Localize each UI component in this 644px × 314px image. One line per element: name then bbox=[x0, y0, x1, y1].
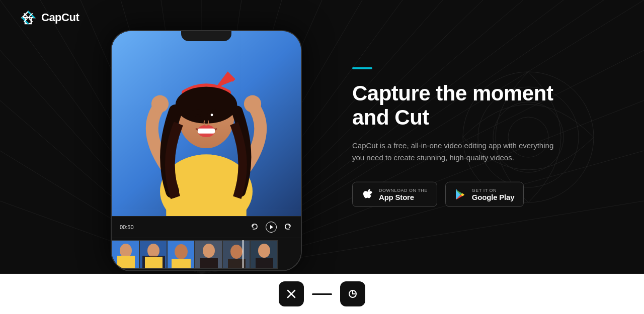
play-button[interactable] bbox=[266, 222, 277, 233]
phone-frame: 00:50 bbox=[111, 30, 302, 271]
timeline-frame bbox=[167, 240, 195, 269]
google-play-icon bbox=[455, 188, 467, 200]
svg-point-36 bbox=[244, 95, 261, 113]
hero-description: CapCut is a free, all-in-one video editi… bbox=[352, 140, 564, 164]
app-store-text: Download on the App Store bbox=[379, 187, 428, 201]
svg-point-35 bbox=[151, 95, 169, 113]
bottom-left-logo bbox=[279, 281, 304, 306]
video-time: 00:50 bbox=[120, 224, 138, 230]
phone-controls: 00:50 bbox=[112, 216, 301, 238]
svg-rect-46 bbox=[117, 256, 135, 268]
svg-point-44 bbox=[120, 244, 132, 258]
svg-point-38 bbox=[176, 86, 237, 124]
brand-name: CapCut bbox=[41, 11, 79, 24]
bottom-section bbox=[0, 274, 644, 314]
svg-rect-40 bbox=[198, 129, 215, 134]
hero-title: Capture the moment and Cut bbox=[352, 81, 594, 130]
video-content bbox=[112, 31, 301, 216]
svg-point-52 bbox=[175, 244, 188, 259]
svg-point-42 bbox=[211, 114, 213, 116]
timeline-frame bbox=[250, 240, 278, 269]
timeline-frame bbox=[139, 240, 167, 269]
phone-screen: 00:50 bbox=[112, 31, 301, 270]
bottom-separator bbox=[312, 293, 332, 295]
bottom-logo-area bbox=[279, 281, 365, 306]
svg-rect-63 bbox=[256, 258, 273, 269]
svg-point-56 bbox=[203, 244, 215, 258]
apple-icon bbox=[362, 188, 374, 200]
navbar: CapCut bbox=[0, 0, 644, 35]
hero-section: CapCut bbox=[0, 0, 644, 274]
timeline-playhead bbox=[243, 240, 244, 268]
svg-rect-57 bbox=[200, 258, 218, 269]
timeline-frame bbox=[222, 240, 250, 269]
svg-rect-54 bbox=[172, 259, 191, 269]
undo-icon[interactable] bbox=[250, 222, 260, 232]
phone-mockup: 00:50 bbox=[111, 30, 302, 271]
redo-icon[interactable] bbox=[283, 222, 293, 232]
capcut-icon bbox=[20, 10, 36, 26]
google-play-text: GET IT ON Google Play bbox=[472, 187, 515, 201]
google-play-button[interactable]: GET IT ON Google Play bbox=[445, 182, 524, 207]
timeline-frame bbox=[112, 240, 139, 269]
svg-point-59 bbox=[230, 245, 243, 259]
svg-point-48 bbox=[147, 244, 159, 258]
bottom-right-logo bbox=[340, 281, 365, 306]
app-store-sub-label: Download on the bbox=[379, 187, 428, 192]
svg-point-62 bbox=[258, 244, 270, 258]
accent-bar bbox=[352, 67, 372, 69]
timeline-frame bbox=[195, 240, 222, 269]
svg-point-41 bbox=[207, 112, 214, 121]
download-buttons: Download on the App Store bbox=[352, 182, 594, 207]
svg-rect-50 bbox=[145, 257, 163, 269]
logo: CapCut bbox=[20, 10, 79, 26]
google-play-sub-label: GET IT ON bbox=[472, 187, 515, 192]
page-wrapper: CapCut bbox=[0, 0, 644, 314]
app-store-main-label: App Store bbox=[379, 192, 428, 201]
timeline-frames bbox=[112, 240, 278, 268]
google-play-main-label: Google Play bbox=[472, 192, 515, 201]
app-store-button[interactable]: Download on the App Store bbox=[352, 182, 437, 207]
right-content: Capture the moment and Cut CapCut is a f… bbox=[352, 67, 594, 207]
timeline-strip[interactable] bbox=[112, 238, 301, 270]
video-preview bbox=[112, 31, 301, 216]
